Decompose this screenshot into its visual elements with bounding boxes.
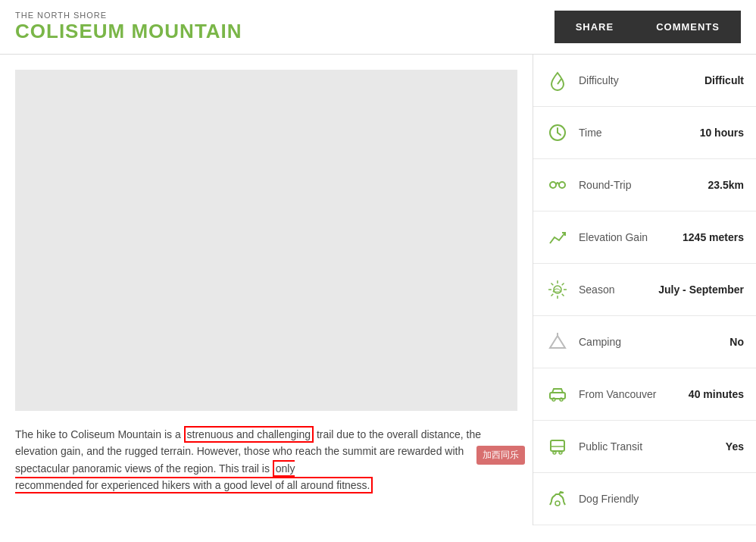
time-value: 10 hours bbox=[700, 127, 744, 139]
difficulty-value: Difficult bbox=[704, 74, 744, 86]
stat-time: Time 10 hours bbox=[533, 107, 756, 159]
stat-season: Season July - September bbox=[533, 264, 756, 316]
svg-line-13 bbox=[562, 284, 564, 286]
elevation-value: 1245 meters bbox=[683, 231, 744, 243]
svg-rect-17 bbox=[550, 393, 565, 399]
from-vancouver-value: 40 minutes bbox=[689, 388, 744, 400]
car-icon bbox=[545, 382, 570, 406]
dog-friendly-label: Dog Friendly bbox=[579, 493, 735, 505]
season-icon bbox=[545, 277, 570, 302]
transit-icon bbox=[545, 434, 570, 459]
svg-line-0 bbox=[558, 79, 561, 84]
share-button[interactable]: SHARE bbox=[555, 11, 636, 43]
main-layout: The hike to Coliseum Mountain is a stren… bbox=[0, 55, 756, 525]
season-value: July - September bbox=[658, 284, 744, 296]
svg-marker-15 bbox=[550, 336, 565, 348]
svg-line-14 bbox=[551, 294, 554, 296]
public-transit-value: Yes bbox=[726, 440, 744, 453]
camping-icon bbox=[545, 330, 570, 354]
from-vancouver-label: From Vancouver bbox=[579, 388, 679, 400]
svg-point-26 bbox=[555, 501, 560, 506]
camping-label: Camping bbox=[579, 336, 720, 348]
elevation-label: Elevation Gain bbox=[579, 231, 673, 243]
roundtrip-icon bbox=[545, 173, 570, 197]
svg-line-28 bbox=[564, 502, 565, 505]
stat-dog-friendly: Dog Friendly bbox=[533, 473, 756, 525]
svg-line-12 bbox=[562, 294, 564, 296]
page-title: Coliseum Mountain bbox=[15, 20, 242, 43]
header-actions: SHARE COMMENTS bbox=[555, 11, 741, 43]
comments-button[interactable]: COMMENTS bbox=[635, 11, 741, 43]
dog-icon bbox=[545, 487, 570, 511]
stat-roundtrip: Round-Trip 23.5km bbox=[533, 159, 756, 211]
stat-camping: Camping No bbox=[533, 316, 756, 368]
svg-point-4 bbox=[550, 182, 556, 188]
season-label: Season bbox=[579, 284, 649, 296]
difficulty-icon bbox=[545, 68, 570, 92]
camping-value: No bbox=[729, 336, 744, 348]
roundtrip-value: 23.5km bbox=[708, 179, 744, 191]
subtitle: The North Shore bbox=[15, 11, 242, 20]
svg-line-3 bbox=[558, 133, 561, 135]
svg-line-27 bbox=[550, 502, 551, 505]
stat-elevation: Elevation Gain 1245 meters bbox=[533, 211, 756, 264]
time-label: Time bbox=[579, 127, 691, 139]
svg-point-5 bbox=[559, 182, 565, 188]
public-transit-label: Public Transit bbox=[579, 440, 717, 453]
content-area: The hike to Coliseum Mountain is a stren… bbox=[0, 55, 533, 525]
trail-description: The hike to Coliseum Mountain is a stren… bbox=[15, 426, 517, 494]
svg-rect-20 bbox=[551, 440, 564, 451]
stat-public-transit: Public Transit Yes bbox=[533, 421, 756, 473]
stat-from-vancouver: From Vancouver 40 minutes bbox=[533, 368, 756, 421]
page-header: The North Shore Coliseum Mountain SHARE … bbox=[0, 0, 756, 55]
svg-line-11 bbox=[551, 284, 554, 286]
stat-difficulty: Difficulty Difficult bbox=[533, 55, 756, 107]
time-icon bbox=[545, 121, 570, 145]
roundtrip-label: Round-Trip bbox=[579, 179, 699, 191]
trail-image bbox=[15, 70, 517, 411]
trail-stats-sidebar: Difficulty Difficult Time 10 hours bbox=[533, 55, 756, 525]
header-title-block: The North Shore Coliseum Mountain bbox=[15, 11, 242, 43]
difficulty-label: Difficulty bbox=[579, 74, 695, 86]
elevation-icon bbox=[545, 225, 570, 249]
description-text-before: The hike to Coliseum Mountain is a bbox=[15, 428, 184, 440]
highlight-strenuous: strenuous and challenging bbox=[184, 426, 314, 443]
